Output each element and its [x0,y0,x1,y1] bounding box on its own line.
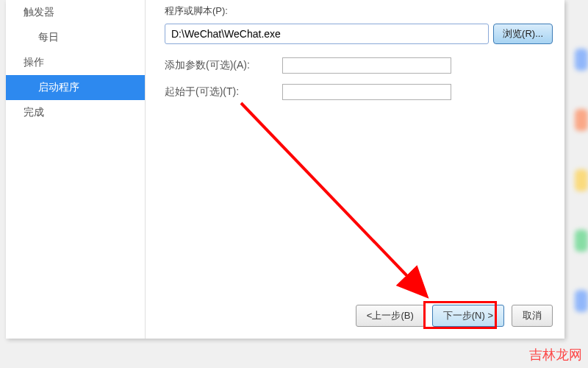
sidebar-item-daily[interactable]: 每日 [6,25,145,50]
program-path-label: 程序或脚本(P): [165,4,553,18]
browse-button[interactable]: 浏览(R)... [493,24,553,44]
sidebar-label: 启动程序 [38,81,79,93]
annotation-arrow [226,96,462,309]
next-button[interactable]: 下一步(N) > [432,305,504,327]
watermark-text: 吉林龙网 [529,346,582,364]
startin-label: 起始于(可选)(T): [165,85,282,99]
main-panel: 程序或脚本(P): 浏览(R)... 添加参数(可选)(A): 起始于(可选)(… [153,0,564,110]
sidebar-item-finish[interactable]: 完成 [6,100,145,125]
back-button[interactable]: <上一步(B) [356,305,425,327]
args-label: 添加参数(可选)(A): [165,59,282,72]
background-decoration [575,29,588,331]
wizard-sidebar: 触发器 每日 操作 启动程序 完成 [6,0,146,339]
program-path-row: 浏览(R)... [165,24,553,44]
cancel-button[interactable]: 取消 [512,305,553,327]
wizard-buttons: <上一步(B) 下一步(N) > 取消 [356,305,553,327]
svg-line-0 [241,103,425,294]
args-row: 添加参数(可选)(A): [165,57,553,74]
sidebar-label: 每日 [38,31,59,43]
sidebar-item-start-program[interactable]: 启动程序 [6,75,145,100]
startin-row: 起始于(可选)(T): [165,84,553,100]
sidebar-label: 触发器 [24,6,54,18]
sidebar-label: 完成 [24,106,44,118]
dialog-window: 触发器 每日 操作 启动程序 完成 程序或脚本(P): 浏览(R)... 添加参… [6,0,564,339]
startin-input[interactable] [282,84,451,100]
sidebar-item-action[interactable]: 操作 [6,50,145,75]
program-path-input[interactable] [165,24,489,44]
sidebar-item-trigger[interactable]: 触发器 [6,0,145,25]
sidebar-label: 操作 [24,56,44,68]
args-input[interactable] [282,57,451,74]
